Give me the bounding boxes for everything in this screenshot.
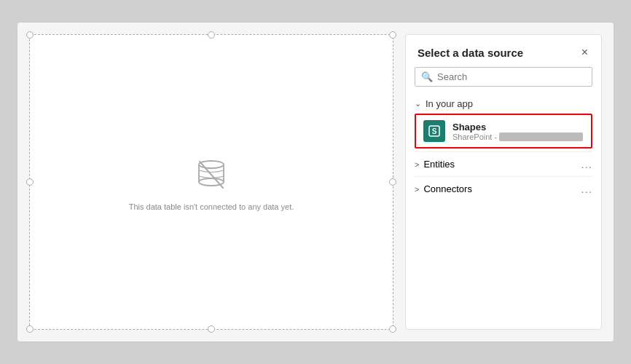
connectors-section: > Connectors ... xyxy=(415,176,592,201)
shapes-subtitle: SharePoint - ██████████████ xyxy=(452,132,584,141)
handle-top-right[interactable] xyxy=(389,31,396,39)
entities-more-icon[interactable]: ... xyxy=(581,158,592,170)
in-your-app-label: In your app xyxy=(426,98,473,109)
canvas-area: This data table isn't connected to any d… xyxy=(29,34,393,330)
chevron-right-connectors-icon: > xyxy=(415,185,419,194)
svg-text:S: S xyxy=(432,127,437,135)
search-input[interactable] xyxy=(437,71,586,82)
entities-left: > Entities xyxy=(415,159,455,170)
handle-top-left[interactable] xyxy=(26,31,34,39)
panel-title: Select a data source xyxy=(418,47,523,59)
handle-bot-mid[interactable] xyxy=(208,325,215,333)
handle-top-mid[interactable] xyxy=(208,31,215,39)
entities-row[interactable]: > Entities ... xyxy=(415,151,592,176)
sharepoint-icon-svg: S xyxy=(428,124,441,138)
shapes-item-info: Shapes SharePoint - ██████████████ xyxy=(452,122,584,141)
entities-label: Entities xyxy=(423,159,455,170)
no-data-icon xyxy=(189,153,233,197)
entities-section: > Entities ... xyxy=(415,151,592,176)
connectors-label: Connectors xyxy=(423,183,471,194)
data-source-panel: Select a data source × 🔍 ⌄ In your app S xyxy=(405,34,602,330)
svg-line-4 xyxy=(200,162,223,188)
handle-mid-left[interactable] xyxy=(26,178,34,186)
in-your-app-header[interactable]: ⌄ In your app xyxy=(415,94,592,114)
in-your-app-section: ⌄ In your app S Shapes SharePoint - ████… xyxy=(406,94,601,151)
chevron-right-entities-icon: > xyxy=(415,160,419,169)
search-icon: 🔍 xyxy=(421,71,433,82)
main-card: This data table isn't connected to any d… xyxy=(17,22,614,342)
search-container[interactable]: 🔍 xyxy=(415,67,592,87)
handle-bot-right[interactable] xyxy=(389,325,396,333)
close-button[interactable]: × xyxy=(580,45,589,60)
shapes-name: Shapes xyxy=(452,122,584,132)
shapes-item[interactable]: S Shapes SharePoint - ██████████████ xyxy=(415,114,592,149)
chevron-down-icon: ⌄ xyxy=(415,99,421,108)
connectors-more-icon[interactable]: ... xyxy=(581,183,592,195)
connectors-left: > Connectors xyxy=(415,183,472,194)
canvas-empty-state: This data table isn't connected to any d… xyxy=(129,153,294,211)
handle-bot-left[interactable] xyxy=(26,325,34,333)
shapes-icon: S xyxy=(423,120,445,142)
panel-header: Select a data source × xyxy=(406,35,601,67)
blurred-subtitle: ██████████████ xyxy=(499,132,583,141)
connectors-row[interactable]: > Connectors ... xyxy=(415,176,592,201)
handle-mid-right[interactable] xyxy=(389,178,396,186)
canvas-empty-label: This data table isn't connected to any d… xyxy=(129,202,294,211)
